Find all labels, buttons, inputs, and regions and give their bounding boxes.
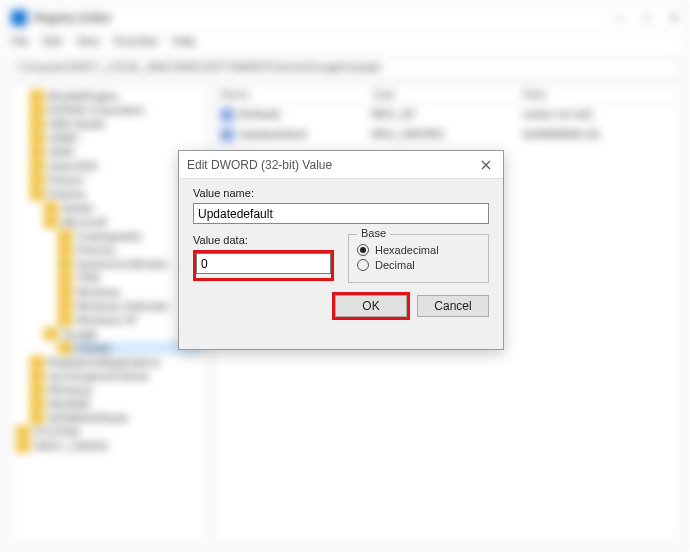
- folder-icon: [30, 398, 44, 410]
- folder-icon: [30, 118, 44, 130]
- folder-icon: [30, 370, 44, 382]
- menu-favorites[interactable]: Favorites: [113, 35, 158, 53]
- folder-icon: [16, 440, 30, 452]
- window-title: Registry Editor: [33, 11, 112, 25]
- value-data-label: Value data:: [193, 234, 334, 246]
- radio-hex-label: Hexadecimal: [375, 244, 439, 256]
- list-item[interactable]: (Default) REG_SZ (value not set): [214, 105, 680, 125]
- tree-item[interactable]: ODBC: [30, 132, 202, 144]
- menu-view[interactable]: View: [76, 35, 100, 53]
- tree-item[interactable]: OEM: [30, 146, 202, 158]
- value-name-label: Value name:: [193, 187, 489, 199]
- radio-hexadecimal[interactable]: Hexadecimal: [357, 244, 480, 256]
- tree-item[interactable]: WinRAR: [30, 398, 202, 410]
- menu-help[interactable]: Help: [173, 35, 196, 53]
- edit-dword-dialog: Edit DWORD (32-bit) Value Value name: Va…: [178, 150, 504, 350]
- tree-item[interactable]: OpenSSH: [30, 160, 202, 172]
- tree-item[interactable]: MozillaPlugins: [30, 90, 202, 102]
- tree-item[interactable]: HKEY_USERS: [16, 440, 202, 452]
- value-data-input[interactable]: [196, 253, 331, 274]
- list-item[interactable]: Updatedefault REG_DWORD 0x00000000 (0): [214, 125, 680, 145]
- radio-decimal[interactable]: Decimal: [357, 259, 480, 271]
- tree-item[interactable]: NVIDIA Corporation: [30, 104, 202, 116]
- folder-icon: [58, 342, 72, 354]
- tree-item[interactable]: SyncEngines\Clients: [30, 370, 202, 382]
- folder-icon: [30, 174, 44, 186]
- value-name-input[interactable]: [193, 203, 489, 224]
- base-legend: Base: [357, 227, 390, 239]
- tree-item[interactable]: WOW6432Node: [30, 412, 202, 424]
- tree-item[interactable]: RegisteredApplications: [30, 356, 202, 368]
- col-data[interactable]: Data: [523, 88, 674, 100]
- tree-item[interactable]: Partner: [30, 174, 202, 186]
- folder-icon: [58, 286, 72, 298]
- dialog-title: Edit DWORD (32-bit) Value: [187, 158, 332, 172]
- menu-edit[interactable]: Edit: [43, 35, 62, 53]
- folder-icon: [30, 146, 44, 158]
- dword-value-icon: [220, 128, 234, 142]
- folder-icon: [30, 104, 44, 116]
- tree-item[interactable]: OBS Studio: [30, 118, 202, 130]
- base-group: Base Hexadecimal Decimal: [348, 234, 489, 283]
- folder-icon: [58, 300, 72, 312]
- ok-button[interactable]: OK: [335, 295, 407, 317]
- app-icon: [11, 10, 27, 26]
- window-maximize-icon[interactable]: □: [644, 11, 651, 25]
- string-value-icon: [220, 108, 234, 122]
- value-data-highlight: [193, 250, 334, 281]
- folder-icon: [30, 132, 44, 144]
- folder-icon: [58, 258, 72, 270]
- folder-icon: [44, 216, 58, 228]
- address-bar[interactable]: Computer\HKEY_LOCAL_MACHINE\SOFTWARE\Pol…: [11, 57, 679, 81]
- window-minimize-icon[interactable]: —: [614, 11, 626, 25]
- folder-icon: [58, 314, 72, 326]
- folder-icon: [16, 426, 30, 438]
- radio-dec-label: Decimal: [375, 259, 415, 271]
- menu-file[interactable]: File: [11, 35, 29, 53]
- folder-icon: [58, 244, 72, 256]
- folder-icon: [30, 90, 44, 102]
- col-name[interactable]: Name: [220, 88, 371, 100]
- tree-item[interactable]: SYSTEM: [16, 426, 202, 438]
- tree-item[interactable]: Policies: [30, 188, 202, 200]
- folder-icon: [44, 328, 58, 340]
- close-icon: [481, 160, 491, 170]
- window-close-icon[interactable]: ✕: [669, 11, 679, 25]
- menubar: File Edit View Favorites Help: [3, 33, 687, 55]
- tree-item[interactable]: Windows: [30, 384, 202, 396]
- folder-icon: [44, 202, 58, 214]
- folder-icon: [58, 272, 72, 284]
- folder-icon: [30, 384, 44, 396]
- folder-icon: [58, 230, 72, 242]
- folder-icon: [30, 356, 44, 368]
- folder-icon: [30, 188, 44, 200]
- folder-icon: [30, 160, 44, 172]
- cancel-button[interactable]: Cancel: [417, 295, 489, 317]
- folder-icon: [30, 412, 44, 424]
- col-type[interactable]: Type: [371, 88, 522, 100]
- window-titlebar: Registry Editor — □ ✕: [3, 3, 687, 33]
- dialog-close-button[interactable]: [477, 156, 495, 174]
